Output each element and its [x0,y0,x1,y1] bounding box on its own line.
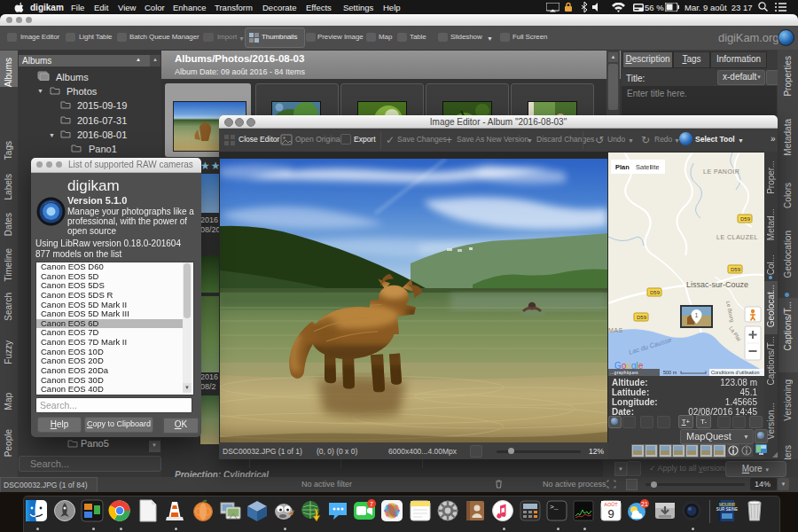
svg-text:Lissac-sur-Couze: Lissac-sur-Couze [686,280,748,289]
svg-text:LE PANOIR: LE PANOIR [703,168,739,175]
svg-text:D59: D59 [740,216,751,222]
svg-text:500 m: 500 m [663,370,677,375]
svg-text:SUR SEINE: SUR SEINE [716,507,738,512]
svg-text:LE CLAUZEL: LE CLAUZEL [716,234,758,240]
svg-text:...graphiques: ...graphiques [610,370,638,375]
svg-text:D59: D59 [731,267,741,272]
svg-text:MAS: MAS [608,327,623,333]
svg-text:1: 1 [695,312,699,318]
svg-text:7: 7 [370,501,373,507]
svg-text:D59: D59 [650,290,661,295]
svg-text:Satellite: Satellite [636,163,660,171]
svg-text:Plan: Plan [615,163,630,171]
svg-text:21: 21 [641,501,648,507]
svg-text:9: 9 [607,507,614,520]
svg-text:D59: D59 [637,315,647,320]
svg-text:Conditions d'utilisation: Conditions d'utilisation [711,370,760,375]
svg-text:>_: >_ [550,503,559,511]
